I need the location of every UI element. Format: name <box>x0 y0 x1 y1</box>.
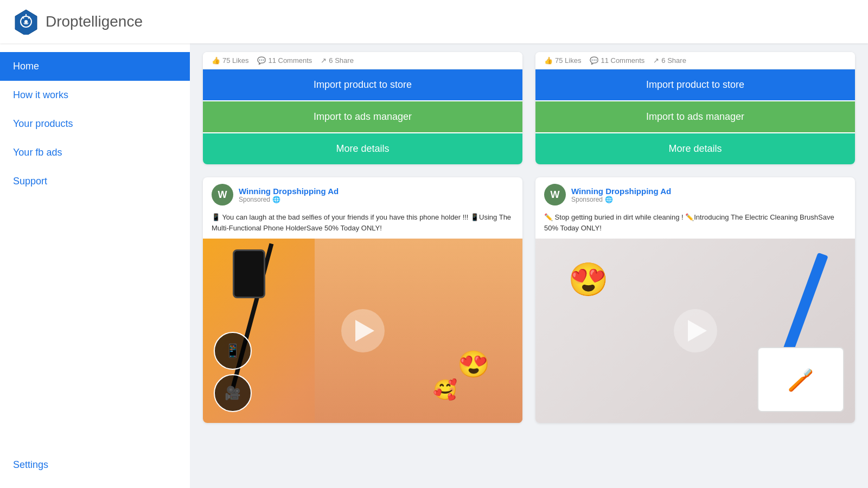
comments-count-1: 💬 11 Comments <box>257 56 312 65</box>
import-ads-button-1[interactable]: Import to ads manager <box>203 101 522 132</box>
sidebar-item-your-products[interactable]: Your products <box>0 110 190 138</box>
product-card-2: 👍 75 Likes 💬 11 Comments ↗ 6 Share Impor… <box>535 52 855 164</box>
sidebar-item-your-fb-ads[interactable]: Your fb ads <box>0 138 190 167</box>
ad-avatar-1: W <box>212 184 233 206</box>
globe-icon-2: 🌐 <box>605 196 613 203</box>
stats-bar-2: 👍 75 Likes 💬 11 Comments ↗ 6 Share <box>535 52 855 69</box>
ad-name-1: Winning Dropshipping Ad <box>239 187 339 196</box>
ad-name-2: Winning Dropshipping Ad <box>571 187 671 196</box>
import-store-button-2[interactable]: Import product to store <box>535 69 855 100</box>
ad-header-2: W Winning Dropshipping Ad Sponsored 🌐 <box>535 177 855 212</box>
product-circle-1: 📱 <box>214 332 252 370</box>
import-store-button-1[interactable]: Import product to store <box>203 69 522 100</box>
ad-header-1: W Winning Dropshipping Ad Sponsored 🌐 <box>203 177 522 212</box>
phone-device <box>233 249 265 298</box>
ad-info-2: Winning Dropshipping Ad Sponsored 🌐 <box>571 187 671 203</box>
people-background <box>315 239 522 423</box>
ad-card-2: W Winning Dropshipping Ad Sponsored 🌐 ✏️… <box>535 177 855 423</box>
ad-info-1: Winning Dropshipping Ad Sponsored 🌐 <box>239 187 339 203</box>
emoji-love-2: 😍 <box>568 260 609 299</box>
sidebar: Home How it works Your products Your fb … <box>0 43 190 488</box>
brush-inset-image: 🪥 <box>757 347 844 412</box>
action-buttons-1: Import product to store Import to ads ma… <box>203 69 522 164</box>
shares-count-2: ↗ 6 Share <box>653 56 686 65</box>
product-circles-1: 📱 🎥 <box>214 332 252 412</box>
cards-grid: 👍 75 Likes 💬 11 Comments ↗ 6 Share Impor… <box>203 52 855 423</box>
ad-image-2: 😍 🪥 <box>535 239 855 423</box>
app-header: Droptelligence <box>0 0 868 43</box>
import-ads-button-2[interactable]: Import to ads manager <box>535 101 855 132</box>
ad-card-1: W Winning Dropshipping Ad Sponsored 🌐 📱 … <box>203 177 522 423</box>
more-details-button-2[interactable]: More details <box>535 133 855 164</box>
sidebar-item-how-it-works[interactable]: How it works <box>0 81 190 110</box>
shares-count-1: ↗ 6 Share <box>321 56 354 65</box>
likes-count-2: 👍 75 Likes <box>544 56 581 65</box>
action-buttons-2: Import product to store Import to ads ma… <box>535 69 855 164</box>
stats-bar-1: 👍 75 Likes 💬 11 Comments ↗ 6 Share <box>203 52 522 69</box>
app-title: Droptelligence <box>46 13 143 30</box>
emoji-love-1: 🥰 <box>433 378 457 401</box>
ad-avatar-2: W <box>544 184 566 206</box>
ad-body-2: ✏️ Stop getting buried in dirt while cle… <box>535 212 855 239</box>
product-card-1: 👍 75 Likes 💬 11 Comments ↗ 6 Share Impor… <box>203 52 522 164</box>
sidebar-item-settings[interactable]: Settings <box>0 451 190 479</box>
logo-container: Droptelligence <box>13 9 143 35</box>
ad-sponsored-1: Sponsored 🌐 <box>239 196 339 203</box>
more-details-button-1[interactable]: More details <box>203 133 522 164</box>
sidebar-item-support[interactable]: Support <box>0 167 190 196</box>
emoji-heart-eyes-1: 😍 <box>457 349 490 380</box>
sidebar-item-home[interactable]: Home <box>0 52 190 81</box>
main-layout: Home How it works Your products Your fb … <box>0 43 868 488</box>
comments-count-2: 💬 11 Comments <box>590 56 644 65</box>
product-circle-2: 🎥 <box>214 374 252 412</box>
ad-body-1: 📱 You can laugh at the bad selfies of yo… <box>203 212 522 239</box>
globe-icon-1: 🌐 <box>272 196 280 203</box>
ad-sponsored-2: Sponsored 🌐 <box>571 196 671 203</box>
main-content: 👍 75 Likes 💬 11 Comments ↗ 6 Share Impor… <box>190 43 868 488</box>
ad-image-1: 📱 🎥 😍 🥰 <box>203 239 522 423</box>
sidebar-spacer <box>0 196 190 451</box>
logo-icon <box>13 9 39 35</box>
likes-count-1: 👍 75 Likes <box>212 56 248 65</box>
